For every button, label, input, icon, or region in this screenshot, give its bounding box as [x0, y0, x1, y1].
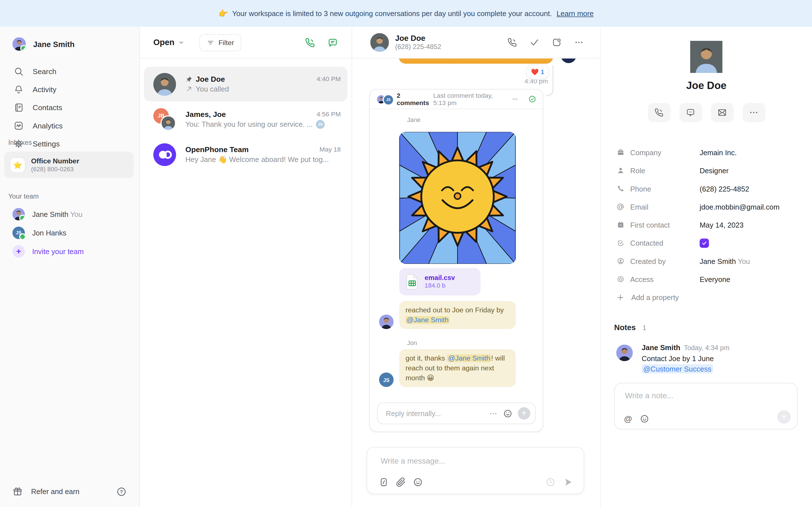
member-name: Jane Smith [32, 210, 68, 218]
emoji-icon[interactable] [503, 408, 513, 418]
inbox-office-number[interactable]: ⭐ Office Number (628) 800-0263 [4, 152, 134, 178]
csv-file-icon [405, 273, 419, 290]
contact-call-button[interactable] [648, 103, 670, 122]
refer-and-earn-button[interactable]: Refer and earn [31, 487, 108, 496]
reply-internally-input[interactable] [385, 409, 484, 418]
note-time: Today, 4:34 pm [684, 344, 729, 352]
contact-details-panel: Joe Doe Company Jemain Inc. [601, 27, 812, 507]
access-icon [617, 275, 624, 283]
property-access[interactable]: Access Everyone [616, 270, 804, 288]
emoji-icon[interactable] [413, 477, 423, 487]
contact-message-button[interactable] [679, 103, 702, 122]
contact-properties: Company Jemain Inc. Role Designer Phone … [616, 144, 804, 288]
thread-header[interactable]: JS 2 comments Last comment today, 5:13 p… [370, 90, 543, 109]
conversation-name: Joe Doe [196, 75, 225, 83]
sidebar-item-activity[interactable]: Activity [0, 80, 139, 98]
message-composer [366, 447, 584, 494]
more-options-button[interactable] [571, 35, 587, 50]
mention-jane-smith[interactable]: @Jane Smith [405, 316, 450, 324]
mention-icon[interactable]: @ [624, 414, 632, 423]
conversation-row-joe-doe[interactable]: Joe Doe 4:40 PM You called [144, 67, 348, 101]
reply-more-icon[interactable] [489, 409, 498, 418]
snippets-icon[interactable] [378, 477, 389, 487]
file-attachment[interactable]: email.csv 184.0 b [399, 268, 480, 295]
property-company[interactable]: Company Jemain Inc. [616, 144, 804, 161]
new-message-button[interactable] [324, 34, 341, 51]
mention-customer-success[interactable]: @Customer Success [642, 364, 713, 374]
avatar [370, 33, 389, 52]
comment-author: Jon [407, 339, 543, 347]
contact-actions [601, 103, 812, 122]
call-button[interactable] [504, 35, 520, 50]
team-label: Your team [0, 192, 39, 200]
sidebar-item-search[interactable]: Search [0, 62, 139, 80]
learn-more-link[interactable]: Learn more [557, 9, 594, 17]
property-phone[interactable]: Phone (628) 225-4852 [616, 179, 804, 198]
check-icon [701, 240, 707, 246]
write-message-input[interactable] [379, 456, 571, 466]
property-contacted[interactable]: Contacted [616, 234, 804, 252]
conversation-preview: Hey Jane 👋 Welcome aboard! We put tog... [186, 155, 329, 163]
sidebar-item-contacts[interactable]: Contacts [0, 98, 139, 116]
send-note-button[interactable] [777, 410, 791, 424]
team-member-jane[interactable]: Jane Smith You [0, 205, 139, 223]
resolve-check-icon[interactable] [528, 94, 537, 104]
inbox-name: Office Number [31, 157, 79, 165]
sidebar-item-analytics[interactable]: Analytics [0, 116, 139, 134]
status-filter-dropdown[interactable]: Open [153, 38, 185, 47]
search-icon [13, 66, 24, 76]
comment-bubble: got it, thanks @Jane Smith! will reach o… [399, 349, 516, 387]
write-note-input[interactable] [624, 391, 788, 400]
add-property-button[interactable]: Add a property [616, 290, 679, 305]
assignee-badge: JS [316, 120, 324, 128]
checkbox-icon [617, 239, 624, 247]
analytics-icon [13, 120, 24, 131]
conversation-row-openphone-team[interactable]: OpenPhone Team May 18 Hey Jane 👋 Welcome… [144, 137, 348, 172]
new-call-button[interactable] [301, 34, 318, 51]
mention-jane-smith[interactable]: @Jane Smith [447, 354, 492, 362]
sun-illustration-image[interactable] [399, 132, 516, 264]
contact-name: Joe Doe [601, 80, 812, 92]
property-first-contact[interactable]: First contact May 14, 2023 [616, 216, 804, 234]
inbox-number: (628) 800-0263 [31, 165, 79, 173]
note-item: Jane SmithToday, 4:34 pm Contact Joe by … [616, 342, 730, 374]
envelope-icon [717, 108, 727, 117]
property-role[interactable]: Role Designer [616, 161, 804, 179]
ellipsis-icon [749, 108, 759, 117]
attachment-icon[interactable] [396, 477, 406, 487]
avatar-group: JB [153, 108, 176, 131]
pin-icon [186, 75, 193, 83]
conversation-preview: You: Thank you for using our service. ..… [186, 120, 313, 128]
avatar-initials: JS [379, 372, 393, 387]
help-icon[interactable]: ? [116, 486, 127, 497]
conversation-row-james-joe[interactable]: JB James, Joe 4:56 PM You: Thank you for… [144, 102, 348, 136]
invite-your-team-button[interactable]: + Invite your team [0, 242, 139, 261]
team-member-jon[interactable]: JS Jon Hanks [0, 223, 139, 242]
filter-button[interactable]: Filter [199, 34, 241, 51]
sidebar-item-label: Analytics [33, 121, 63, 129]
schedule-clock-icon[interactable] [545, 477, 556, 487]
bell-icon [13, 84, 24, 94]
send-reply-button[interactable] [518, 407, 530, 420]
sidebar-item-label: Search [33, 67, 56, 75]
send-icon[interactable] [563, 477, 573, 487]
contacted-checkbox[interactable] [700, 238, 709, 247]
heart-emoji: ❤️ [531, 68, 539, 75]
chevron-down-icon [177, 39, 185, 46]
thread-more-icon[interactable] [512, 95, 519, 103]
reaction-pill[interactable]: ❤️ 1 [526, 64, 549, 80]
contact-email-button[interactable] [711, 103, 733, 122]
sidebar: Jane Smith Search Activity Contacts Anal… [0, 27, 140, 507]
property-email[interactable]: Email jdoe.mobbin@gmail.com [616, 198, 804, 216]
property-created-by[interactable]: Created by Jane Smith You [616, 252, 804, 270]
avatar [12, 37, 26, 51]
workspace-profile[interactable]: Jane Smith [0, 27, 139, 51]
avatar [12, 208, 25, 220]
conversation-preview: You called [196, 85, 229, 93]
mark-done-button[interactable] [527, 35, 542, 50]
contact-more-button[interactable] [742, 103, 765, 122]
arrow-up-icon [780, 413, 788, 421]
view-contact-button[interactable] [549, 35, 564, 50]
emoji-icon[interactable] [640, 414, 649, 424]
sidebar-item-label: Activity [33, 85, 56, 93]
